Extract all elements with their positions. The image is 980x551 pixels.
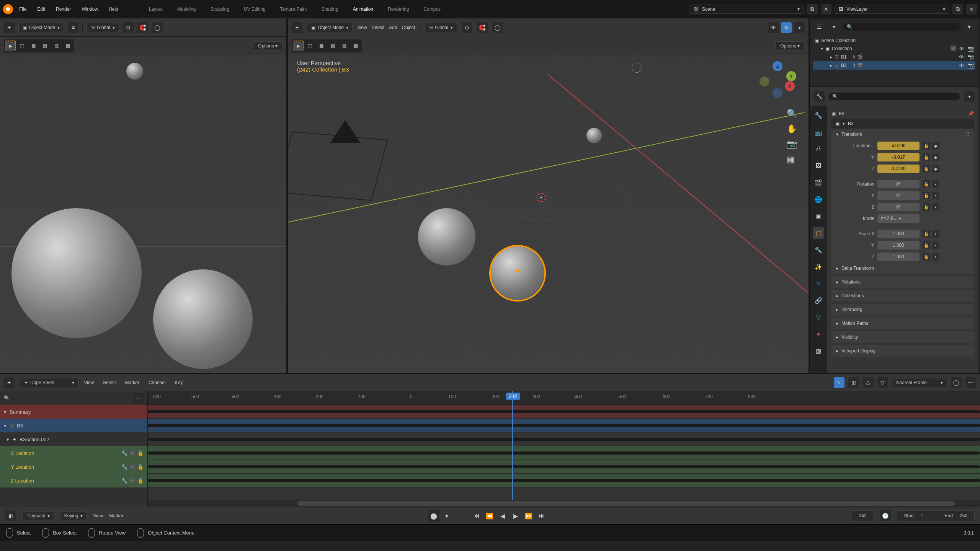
intersect-select-icon[interactable]: ▨ [51,41,62,51]
timeline-menu-view[interactable]: View [93,513,103,518]
gizmo-y-icon[interactable]: Y [786,71,796,81]
box-select-icon[interactable]: ⬚ [16,41,27,51]
dope-menu-channel[interactable]: Channel [149,380,166,385]
editor-type-icon[interactable]: ◐ [5,510,16,521]
sphere-b2[interactable] [418,208,475,266]
channel-zloc[interactable]: Z Location🔧✓🔓 [0,474,147,487]
sphere-b3-selected[interactable] [491,246,544,300]
tab-layout[interactable]: Layout [149,7,163,12]
rotation-z-field[interactable]: 0° [877,203,920,211]
timeline-menu-marker[interactable]: Marker [109,513,123,518]
menu-select[interactable]: Select [372,25,384,30]
zoom-icon[interactable]: 🔍 [787,109,797,119]
menu-add[interactable]: Add [389,25,397,30]
pivot-icon[interactable]: ⊙ [462,22,472,33]
horizontal-scrollbar[interactable] [148,500,980,507]
dope-timeline[interactable]: -600 -500 -400 -300 -200 -100 0 100 200 … [148,391,980,507]
tweak-tool-icon[interactable]: ▶ [293,41,304,51]
pivot-icon[interactable]: ⊙ [123,22,134,33]
dope-mode-selector[interactable]: ✦ Dope Sheet▾ [20,378,78,387]
tab-data-icon[interactable]: ▽ [813,311,824,323]
snap-icon[interactable]: 🧲 [477,22,488,33]
tab-modeling[interactable]: Modeling [177,7,196,12]
camera-icon[interactable]: 📷 [967,54,974,60]
tab-rendering[interactable]: Rendering [388,7,409,12]
autokey-icon[interactable]: ⬤ [428,510,439,522]
tab-texture[interactable]: Texture Paint [280,7,307,12]
tab-sculpting[interactable]: Sculpting [211,7,229,12]
lock-icon[interactable]: 🔓 [923,142,930,150]
relations-header[interactable]: ▸ Relations [831,276,974,288]
summary-icon[interactable]: ⊞ [848,377,859,388]
proportional-icon[interactable]: ◯ [152,22,163,33]
scene-selector[interactable]: 🎬 Scene ▾ [689,5,804,14]
tab-constraints-icon[interactable]: 🔗 [813,295,824,306]
gizmo-neg-y-icon[interactable] [760,77,769,86]
camera-icon[interactable]: 📷 [967,46,974,52]
overlay-icon[interactable]: ▾ [794,22,805,33]
jump-end-icon[interactable]: ⏭ [536,510,547,522]
tab-tool-icon[interactable]: 🔧 [813,109,824,121]
tree-collection[interactable]: ▾▣ Collection ✓👁📷 [813,44,975,53]
tweak-tool-icon[interactable]: ▶ [5,41,16,51]
visibility-icon[interactable]: 👁 [768,22,779,33]
camera-view-icon[interactable]: 📷 [787,139,797,149]
visibility-header[interactable]: ▸ Visibility [831,331,974,343]
playback-menu[interactable]: Playback ▾ [22,511,54,520]
tab-modifiers-icon[interactable]: 🔧 [813,244,824,256]
extend-select-icon[interactable]: ▦ [316,41,327,51]
menu-render[interactable]: Render [56,7,71,12]
options-dropdown-left[interactable]: Options ▾ [253,41,283,51]
camera-icon[interactable]: 📷 [967,62,974,68]
tab-texture-icon[interactable]: ▩ [813,345,824,357]
collections-header[interactable]: ▸ Collections [831,290,974,302]
orientation-left[interactable]: ⇲ Global▾ [87,23,119,32]
eye-icon[interactable]: 👁 [959,46,964,52]
instancing-header[interactable]: ▸ Instancing [831,304,974,315]
editor-type-icon[interactable]: ✦ [4,377,15,388]
eye-icon[interactable]: 👁 [959,62,964,68]
intersect-select-icon[interactable]: ▨ [339,41,350,51]
editor-type-icon[interactable]: ✦ [292,22,302,33]
tree-scene-collection[interactable]: ▣ Scene Collection [813,37,975,44]
rotation-y-field[interactable]: 0° [877,191,920,200]
mode-selector-right[interactable]: ▣ Object Mode▾ [307,23,353,32]
left-3d-canvas[interactable] [0,55,286,373]
tab-material-icon[interactable]: ● [813,328,824,340]
navigation-gizmo[interactable]: X Y Z [759,60,797,98]
gizmo-toggle-icon[interactable]: ⊕ [781,22,792,33]
outliner-type-icon[interactable]: ☰ [814,21,825,32]
layer-copy-icon[interactable]: ⧉ [952,4,963,15]
gizmo-x-icon[interactable]: X [785,81,795,91]
tab-scene-icon[interactable]: 🎬 [813,177,824,188]
menu-toggle-icon[interactable]: ≡ [68,22,78,33]
channel-search-input[interactable] [13,395,130,401]
keyframe-icon[interactable]: ◆ [932,142,939,150]
properties-search[interactable]: 🔍 [828,93,960,100]
playhead-line[interactable] [512,391,513,507]
sphere-mid[interactable] [153,269,253,369]
light-icon[interactable] [632,63,642,73]
mode-selector-left[interactable]: ▣ Object Mode▾ [18,23,64,32]
frame-ruler[interactable]: -600 -500 -400 -300 -200 -100 0 100 200 … [148,391,980,405]
props-type-icon[interactable]: 🔧 [814,91,825,102]
current-frame-field[interactable]: 242 [852,510,874,521]
rotation-x-field[interactable]: 0° [877,180,920,188]
dope-menu-select[interactable]: Select [103,380,116,385]
tree-item-b1[interactable]: ▸▽ B1 ↯ 🎬 👁📷 [813,53,975,61]
tab-compositing[interactable]: Compos [423,7,441,12]
object-row[interactable]: ▾ ▽ B3 [0,419,147,432]
gizmo-neg-z-icon[interactable] [773,88,782,98]
delta-transform-header[interactable]: ▸ Delta Transform [831,262,974,274]
viewport-display-header[interactable]: ▸ Viewport Display [831,345,974,357]
proportional-icon[interactable]: ◯ [492,22,503,33]
keying-menu[interactable]: Keying ▾ [60,511,87,520]
box-select-icon[interactable]: ⬚ [304,41,315,51]
tab-animation[interactable]: Animation [353,7,373,12]
gizmo-z-icon[interactable]: Z [773,61,782,71]
action-row[interactable]: ▾ ✦ B3Action.002 [0,432,147,446]
object-name-field[interactable]: ▣▾ B3 [831,119,974,129]
invert-select-icon[interactable]: ▩ [62,41,73,51]
filter-icon[interactable]: ▼ [964,21,975,32]
sphere-far[interactable] [126,63,143,80]
